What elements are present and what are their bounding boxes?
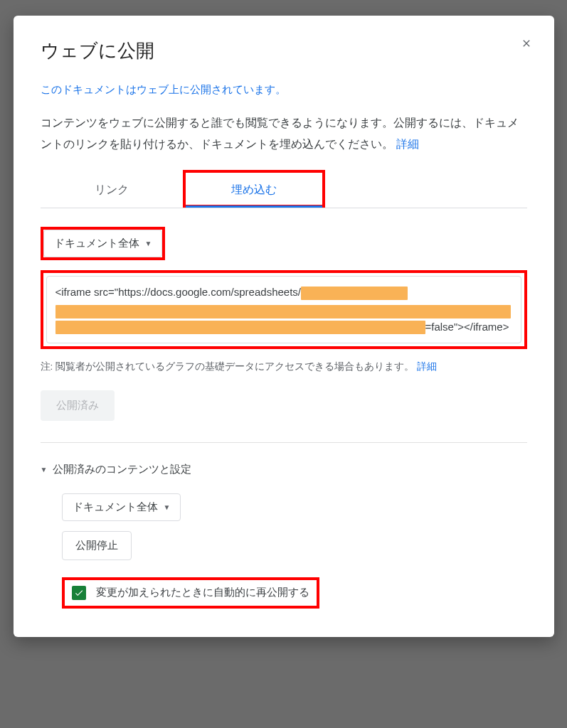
embed-code-textarea[interactable]: <iframe src="https://docs.google.com/spr…: [46, 276, 521, 343]
description-text: コンテンツをウェブに公開すると誰でも閲覧できるようになります。公開するには、ドキ…: [41, 117, 519, 150]
published-content-settings-header[interactable]: ▼ 公開済みのコンテンツと設定: [41, 463, 527, 476]
collapse-triangle-icon: ▼: [41, 466, 48, 473]
embed-code-highlight: <iframe src="https://docs.google.com/spr…: [41, 270, 527, 349]
dropdown-triangle-icon: ▼: [164, 503, 171, 511]
close-button[interactable]: [517, 34, 536, 53]
tab-link[interactable]: リンク: [41, 170, 183, 208]
settings-scope-label: ドキュメント全体: [73, 500, 158, 514]
scope-dropdown[interactable]: ドキュメント全体 ▼: [43, 230, 163, 257]
settings-content: ドキュメント全体 ▼ 公開停止 変更が加えられたときに自動的に再公開する: [41, 493, 527, 609]
auto-republish-highlight: 変更が加えられたときに自動的に再公開する: [62, 577, 319, 609]
chart-data-note: 注: 閲覧者が公開されているグラフの基礎データにアクセスできる場合もあります。 …: [41, 360, 527, 373]
close-icon: [521, 38, 532, 49]
redacted-segment: [301, 287, 408, 300]
auto-republish-row[interactable]: 変更が加えられたときに自動的に再公開する: [65, 580, 317, 606]
publish-status: このドキュメントはウェブ上に公開されています。: [41, 83, 527, 97]
learn-more-link[interactable]: 詳細: [396, 138, 419, 150]
redacted-segment: [55, 305, 511, 318]
tabs: リンク 埋め込む: [41, 170, 527, 208]
auto-republish-label: 変更が加えられたときに自動的に再公開する: [96, 586, 309, 599]
scope-dropdown-label: ドキュメント全体: [54, 237, 139, 250]
dialog-title: ウェブに公開: [41, 38, 527, 63]
divider: [41, 442, 527, 443]
stop-publishing-button[interactable]: 公開停止: [62, 531, 132, 560]
dialog-description: コンテンツをウェブに公開すると誰でも閲覧できるようになります。公開するには、ドキ…: [41, 112, 527, 154]
published-button: 公開済み: [41, 390, 115, 421]
tab-embed[interactable]: 埋め込む: [186, 173, 322, 205]
publish-to-web-dialog: ウェブに公開 このドキュメントはウェブ上に公開されています。 コンテンツをウェブ…: [14, 16, 554, 637]
settings-header-label: 公開済みのコンテンツと設定: [53, 463, 191, 476]
checkmark-icon: [74, 588, 84, 598]
scope-dropdown-highlight: ドキュメント全体 ▼: [41, 227, 166, 260]
note-learn-more-link[interactable]: 詳細: [417, 361, 437, 372]
dropdown-triangle-icon: ▼: [145, 240, 152, 247]
embed-code-suffix: =false"></iframe>: [425, 321, 509, 333]
tab-embed-highlight: 埋め込む: [183, 170, 325, 208]
note-prefix: 注: 閲覧者が公開されているグラフの基礎データにアクセスできる場合もあります。: [41, 361, 415, 372]
redacted-segment: [55, 321, 425, 334]
settings-scope-dropdown[interactable]: ドキュメント全体 ▼: [62, 493, 181, 521]
auto-republish-checkbox[interactable]: [72, 586, 86, 600]
embed-code-prefix: <iframe src="https://docs.google.com/spr…: [55, 286, 302, 298]
